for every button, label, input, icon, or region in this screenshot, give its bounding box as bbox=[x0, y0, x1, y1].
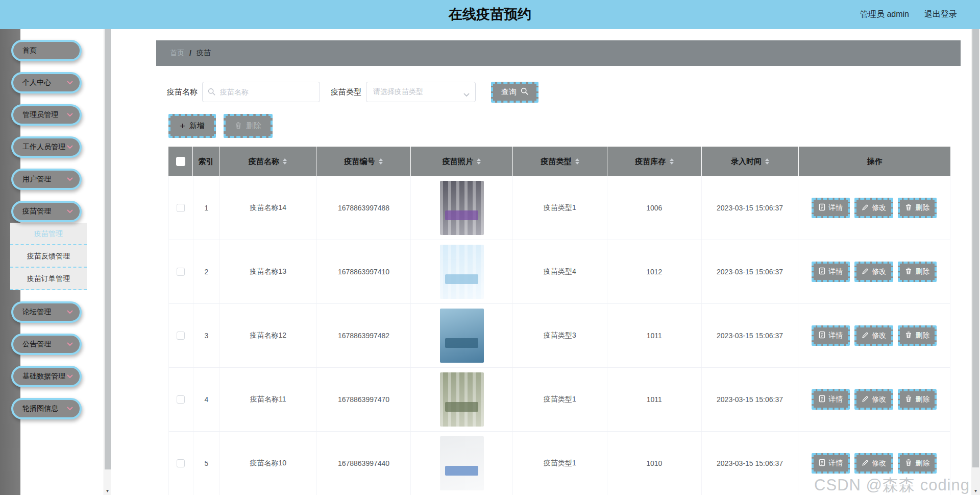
vaccine-name-value: 疫苗名称12 bbox=[250, 331, 286, 340]
table-row: 2疫苗名称131678863997410疫苗类型410122023-03-15 … bbox=[168, 240, 950, 304]
vaccine-stock-value: 1010 bbox=[646, 459, 662, 467]
column-header-4[interactable]: 疫苗照片 bbox=[411, 147, 513, 176]
row-select-cell bbox=[169, 176, 193, 240]
column-header-8: 操作 bbox=[799, 147, 950, 176]
row-delete-button[interactable]: 删除 bbox=[898, 453, 937, 474]
vaccine-table: 索引疫苗名称疫苗编号疫苗照片疫苗类型疫苗库存录入时间操作 1疫苗名称141678… bbox=[168, 147, 950, 495]
breadcrumb: 首页 / 疫苗 bbox=[156, 40, 961, 66]
vaccine-name-label: 疫苗名称 bbox=[167, 87, 198, 97]
row-delete-button[interactable]: 删除 bbox=[898, 262, 937, 282]
doc-icon bbox=[819, 331, 825, 340]
sidebar-item-2[interactable]: 个人中心 bbox=[11, 72, 82, 93]
sort-carets-icon[interactable] bbox=[575, 158, 579, 164]
vaccine-photo bbox=[440, 372, 484, 427]
column-header-label: 疫苗编号 bbox=[345, 157, 375, 167]
row-edit-button[interactable]: 修改 bbox=[854, 325, 893, 346]
sidebar-item-1[interactable]: 首页 bbox=[11, 40, 82, 61]
row-index: 2 bbox=[193, 240, 220, 303]
sort-carets-icon[interactable] bbox=[379, 158, 383, 164]
vaccine-code-value: 1678863997488 bbox=[338, 204, 389, 212]
photo-accent bbox=[445, 402, 478, 412]
sort-carets-icon[interactable] bbox=[477, 158, 481, 164]
row-delete-button[interactable]: 删除 bbox=[898, 325, 937, 346]
row-edit-button[interactable]: 修改 bbox=[854, 453, 893, 474]
query-button-label: 查询 bbox=[501, 87, 517, 97]
column-header-6[interactable]: 疫苗库存 bbox=[607, 147, 702, 176]
sidebar-scrollbar-down-arrow[interactable]: ▾ bbox=[104, 487, 111, 494]
row-checkbox[interactable] bbox=[177, 204, 185, 212]
app-title: 在线疫苗预约 bbox=[0, 0, 980, 29]
chevron-down-icon bbox=[67, 374, 73, 379]
row-detail-button[interactable]: 详情 bbox=[812, 262, 850, 282]
vaccine-name-input[interactable] bbox=[202, 82, 320, 102]
row-delete-button[interactable]: 删除 bbox=[898, 198, 937, 218]
row-edit-button[interactable]: 修改 bbox=[854, 262, 893, 282]
trash-icon bbox=[905, 267, 912, 276]
row-checkbox[interactable] bbox=[177, 395, 185, 404]
submenu-item-1[interactable]: 疫苗管理 bbox=[10, 223, 87, 245]
entry-time-value: 2023-03-15 15:06:37 bbox=[717, 204, 783, 212]
pencil-icon bbox=[862, 459, 869, 468]
page-scrollbar-thumb[interactable] bbox=[972, 29, 979, 467]
vaccine-photo-cell bbox=[411, 176, 513, 240]
breadcrumb-home[interactable]: 首页 bbox=[170, 49, 184, 58]
sidebar-item-4[interactable]: 工作人员管理 bbox=[11, 136, 82, 158]
page-scrollbar-down-arrow[interactable]: ▾ bbox=[971, 487, 980, 494]
column-header-label: 索引 bbox=[199, 157, 214, 167]
row-delete-button[interactable]: 删除 bbox=[898, 389, 937, 410]
row-select-cell bbox=[169, 432, 193, 495]
sidebar-item-6[interactable]: 疫苗管理 bbox=[11, 201, 82, 222]
row-detail-button[interactable]: 详情 bbox=[812, 453, 850, 474]
column-header-3[interactable]: 疫苗编号 bbox=[316, 147, 411, 176]
page-scrollbar[interactable]: ▾ bbox=[971, 29, 980, 495]
vaccine-name: 疫苗名称10 bbox=[220, 432, 317, 495]
vaccine-name: 疫苗名称12 bbox=[220, 304, 317, 367]
vaccine-type-select[interactable]: 请选择疫苗类型 bbox=[366, 82, 476, 102]
row-checkbox[interactable] bbox=[177, 332, 185, 340]
logout-link[interactable]: 退出登录 bbox=[924, 9, 957, 20]
vaccine-stock-value: 1006 bbox=[646, 204, 662, 212]
row-delete-label: 删除 bbox=[915, 203, 929, 213]
sidebar-item-3[interactable]: 管理员管理 bbox=[11, 104, 82, 126]
page-root: 在线疫苗预约 管理员 admin 退出登录 首页个人中心管理员管理工作人员管理用… bbox=[0, 0, 980, 495]
row-checkbox[interactable] bbox=[177, 268, 185, 276]
sidebar-item-9[interactable]: 基础数据管理 bbox=[11, 366, 82, 387]
add-button[interactable]: + 新增 bbox=[168, 114, 216, 138]
sidebar-item-label: 轮播图信息 bbox=[22, 404, 67, 413]
column-header-5[interactable]: 疫苗类型 bbox=[513, 147, 607, 176]
submenu-item-2[interactable]: 疫苗反馈管理 bbox=[10, 245, 87, 268]
row-detail-button[interactable]: 详情 bbox=[812, 198, 850, 218]
column-header-2[interactable]: 疫苗名称 bbox=[219, 147, 316, 176]
sidebar-scrollbar[interactable]: ▾ bbox=[104, 29, 111, 495]
row-edit-button[interactable]: 修改 bbox=[854, 198, 893, 218]
vaccine-code-value: 1678863997482 bbox=[338, 332, 389, 340]
row-detail-label: 详情 bbox=[828, 267, 843, 276]
query-button[interactable]: 查询 bbox=[491, 82, 538, 103]
sort-carets-icon[interactable] bbox=[765, 158, 769, 164]
sidebar-item-5[interactable]: 用户管理 bbox=[11, 169, 82, 190]
sort-carets-icon[interactable] bbox=[283, 158, 287, 164]
doc-icon bbox=[819, 267, 825, 276]
row-index: 5 bbox=[193, 432, 220, 495]
column-header-7[interactable]: 录入时间 bbox=[702, 147, 799, 176]
sidebar-item-7[interactable]: 论坛管理 bbox=[11, 301, 82, 323]
table-header-row: 索引疫苗名称疫苗编号疫苗照片疫苗类型疫苗库存录入时间操作 bbox=[168, 147, 950, 176]
sort-carets-icon[interactable] bbox=[670, 158, 674, 164]
watermark: CSDN @森森 coding bbox=[814, 475, 970, 495]
row-detail-button[interactable]: 详情 bbox=[812, 389, 850, 410]
select-all-checkbox[interactable] bbox=[176, 157, 185, 166]
pencil-icon bbox=[862, 395, 869, 404]
batch-delete-label: 删除 bbox=[246, 121, 261, 131]
batch-delete-button[interactable]: 删除 bbox=[224, 114, 273, 138]
search-icon bbox=[208, 88, 215, 98]
sidebar-item-8[interactable]: 公告管理 bbox=[11, 334, 82, 355]
row-checkbox[interactable] bbox=[177, 459, 185, 467]
sidebar-item-10[interactable]: 轮播图信息 bbox=[11, 398, 82, 419]
row-detail-button[interactable]: 详情 bbox=[812, 325, 850, 346]
sidebar-scrollbar-thumb[interactable] bbox=[105, 29, 111, 469]
row-actions-cell: 详情修改删除 bbox=[798, 368, 950, 431]
row-edit-button[interactable]: 修改 bbox=[854, 389, 893, 410]
vaccine-stock-value: 1012 bbox=[646, 268, 662, 276]
submenu-item-3[interactable]: 疫苗订单管理 bbox=[10, 268, 87, 290]
photo-accent bbox=[445, 274, 478, 284]
